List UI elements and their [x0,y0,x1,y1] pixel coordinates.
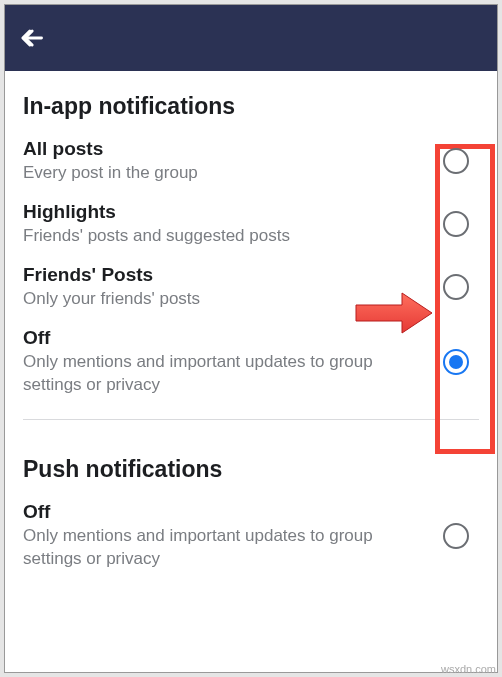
section-divider [23,419,479,420]
option-title: All posts [23,138,433,160]
option-subtitle: Friends' posts and suggested posts [23,225,433,248]
watermark: wsxdn.com [441,663,496,675]
app-header [5,5,497,71]
radio-friends-posts[interactable] [443,274,469,300]
option-highlights[interactable]: Highlights Friends' posts and suggested … [5,193,497,256]
option-off-push[interactable]: Off Only mentions and important updates … [5,493,497,579]
option-off-inapp[interactable]: Off Only mentions and important updates … [5,319,497,405]
option-title: Off [23,501,433,523]
option-subtitle: Only your friends' posts [23,288,433,311]
option-title: Highlights [23,201,433,223]
option-friends-posts[interactable]: Friends' Posts Only your friends' posts [5,256,497,319]
option-title: Friends' Posts [23,264,433,286]
option-subtitle: Every post in the group [23,162,433,185]
section-title-push: Push notifications [5,434,497,493]
radio-highlights[interactable] [443,211,469,237]
option-subtitle: Only mentions and important updates to g… [23,525,433,571]
option-title: Off [23,327,433,349]
option-subtitle: Only mentions and important updates to g… [23,351,433,397]
radio-off-inapp[interactable] [443,349,469,375]
option-all-posts[interactable]: All posts Every post in the group [5,130,497,193]
back-arrow-icon[interactable] [17,24,45,52]
section-title-in-app: In-app notifications [5,71,497,130]
radio-off-push[interactable] [443,523,469,549]
radio-all-posts[interactable] [443,148,469,174]
